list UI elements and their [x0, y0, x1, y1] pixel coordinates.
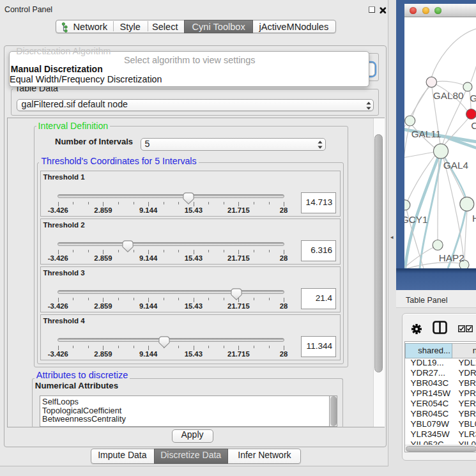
svg-text:GAL80: GAL80 [433, 90, 463, 101]
svg-text:GA: GA [470, 93, 476, 104]
svg-text:GCY1: GCY1 [404, 214, 428, 225]
svg-text:GAL4: GAL4 [443, 160, 468, 171]
svg-text:HAP2: HAP2 [438, 252, 464, 263]
svg-text:GAL11: GAL11 [411, 128, 441, 139]
svg-text:H: H [472, 213, 476, 224]
svg-text:C: C [471, 120, 476, 131]
